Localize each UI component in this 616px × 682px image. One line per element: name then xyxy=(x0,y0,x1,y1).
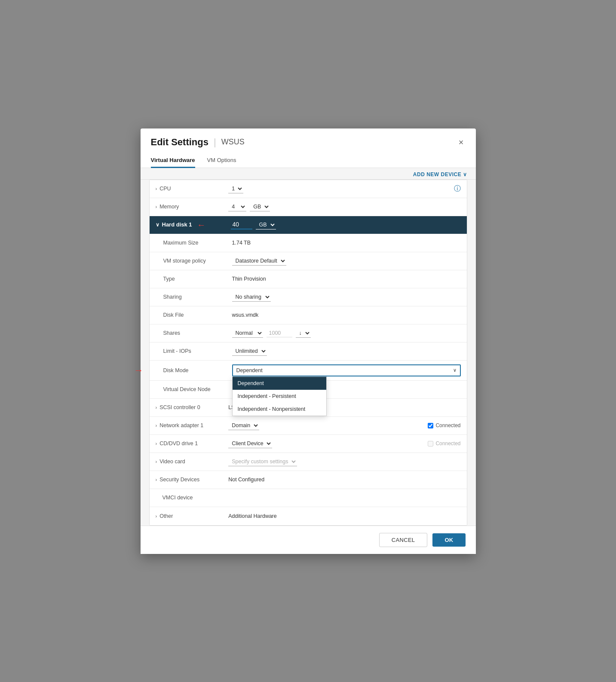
toolbar: ADD NEW DEVICE ∨ xyxy=(141,168,476,180)
other-expand-toggle[interactable]: › xyxy=(156,514,157,519)
hard-disk-1-header-row: ∨ Hard disk 1 ← GBTBMB xyxy=(150,216,467,234)
disk-mode-chevron-icon: ∨ xyxy=(453,367,457,373)
cpu-count-select[interactable]: 1248 xyxy=(228,184,243,193)
limit-iops-value: UnlimitedCustom xyxy=(232,347,461,356)
dialog-footer: CANCEL OK xyxy=(141,526,476,554)
scsi-expand-toggle[interactable]: › xyxy=(156,405,157,410)
limit-iops-label: Limit - IOPs xyxy=(163,348,232,354)
sharing-row: Sharing No sharing Multi-writer xyxy=(150,288,467,306)
disk-file-label: Disk File xyxy=(163,312,232,318)
tab-virtual-hardware[interactable]: Virtual Hardware xyxy=(151,153,195,168)
shares-label: Shares xyxy=(163,330,232,336)
shares-unit-select[interactable]: ↓ xyxy=(296,329,311,338)
shares-row: Shares NormalLowHighCustom 1000 ↓ xyxy=(150,324,467,343)
dialog-subtitle: WSUS xyxy=(221,138,245,147)
disk-mode-option-dependent[interactable]: Dependent xyxy=(233,377,326,390)
dialog-header: Edit Settings | WSUS × xyxy=(141,128,476,148)
cddvd-select[interactable]: Client Device xyxy=(228,439,272,448)
network-adapter-select[interactable]: Domain xyxy=(228,421,259,430)
max-size-label: Maximum Size xyxy=(163,240,232,246)
disk-mode-label: Disk Mode xyxy=(163,367,232,373)
type-row: Type Thin Provision xyxy=(150,270,467,288)
memory-value: 4816 GBMB xyxy=(228,202,460,211)
ok-button[interactable]: OK xyxy=(432,533,465,547)
cddvd-value: Client Device xyxy=(228,439,428,448)
shares-number: 1000 xyxy=(267,329,292,337)
network-connected-checkbox[interactable] xyxy=(428,423,433,428)
disk-mode-row: → Disk Mode Dependent ∨ Dependent Indepe… xyxy=(150,361,467,381)
cpu-expand-toggle[interactable]: › xyxy=(156,186,157,191)
settings-body: › CPU 1248 ⓘ › Memory 4816 G xyxy=(141,180,476,526)
network-connected-label: Connected xyxy=(435,422,460,428)
disk-mode-option-independent-nonpersistent[interactable]: Independent - Nonpersistent xyxy=(233,403,326,416)
video-card-label: Video card xyxy=(159,459,228,465)
cddvd-drive-row: › CD/DVD drive 1 Client Device Connected xyxy=(150,435,467,453)
security-devices-label: Security Devices xyxy=(159,477,228,483)
disk-mode-arrow-icon: → xyxy=(134,365,144,376)
network-connected-checkbox-row: Connected xyxy=(428,422,460,428)
cpu-value: 1248 xyxy=(228,184,454,193)
cancel-button[interactable]: CANCEL xyxy=(379,533,428,547)
storage-policy-value: Datastore Default xyxy=(232,257,461,266)
sharing-select[interactable]: No sharing Multi-writer xyxy=(232,293,271,302)
disk-file-row: Disk File wsus.vmdk xyxy=(150,306,467,324)
type-label: Type xyxy=(163,276,232,282)
hard-disk-1-value: GBTBMB xyxy=(231,220,461,229)
other-row: › Other Additional Hardware xyxy=(150,507,467,525)
security-devices-row: › Security Devices Not Configured xyxy=(150,471,467,489)
network-adapter-expand-toggle[interactable]: › xyxy=(156,423,157,428)
cddvd-connected-label: Connected xyxy=(435,440,460,447)
security-devices-expand-toggle[interactable]: › xyxy=(156,477,157,482)
other-value: Additional Hardware xyxy=(228,513,460,519)
memory-unit-select[interactable]: GBMB xyxy=(250,202,270,211)
shares-value: NormalLowHighCustom 1000 ↓ xyxy=(232,329,461,338)
edit-settings-dialog: Edit Settings | WSUS × Virtual Hardware … xyxy=(141,128,476,554)
memory-label: Memory xyxy=(159,204,228,210)
video-card-row: › Video card Specify custom settings xyxy=(150,453,467,471)
cpu-info-icon[interactable]: ⓘ xyxy=(454,184,461,193)
scsi-label: SCSI controller 0 xyxy=(159,404,228,410)
dialog-title: Edit Settings xyxy=(151,137,208,148)
network-adapter-label: Network adapter 1 xyxy=(159,422,228,428)
vmci-device-label: VMCI device xyxy=(162,495,231,501)
hard-disk-1-label: Hard disk 1 ← xyxy=(162,220,231,230)
virtual-device-node-label: Virtual Device Node xyxy=(163,386,232,392)
hardware-section: › CPU 1248 ⓘ › Memory 4816 G xyxy=(149,180,467,526)
network-adapter-value: Domain xyxy=(228,421,428,430)
disk-mode-select-display[interactable]: Dependent ∨ xyxy=(232,364,461,376)
shares-select[interactable]: NormalLowHighCustom xyxy=(232,329,263,338)
dialog-separator: | xyxy=(214,137,216,148)
hard-disk-unit-select[interactable]: GBTBMB xyxy=(256,220,276,229)
disk-mode-dropdown-menu: Dependent Independent - Persistent Indep… xyxy=(232,376,327,416)
cddvd-expand-toggle[interactable]: › xyxy=(156,441,157,446)
memory-expand-toggle[interactable]: › xyxy=(156,204,157,209)
video-card-select[interactable]: Specify custom settings xyxy=(228,457,297,466)
tabs-bar: Virtual Hardware VM Options xyxy=(141,153,476,168)
type-value: Thin Provision xyxy=(232,276,461,282)
storage-policy-select[interactable]: Datastore Default xyxy=(232,257,286,266)
limit-iops-select[interactable]: UnlimitedCustom xyxy=(232,347,267,356)
sharing-value: No sharing Multi-writer xyxy=(232,293,461,302)
hard-disk-size-input[interactable] xyxy=(231,220,252,229)
video-card-value: Specify custom settings xyxy=(228,457,460,466)
disk-file-value: wsus.vmdk xyxy=(232,312,461,318)
video-card-expand-toggle[interactable]: › xyxy=(156,459,157,464)
disk-mode-container: Dependent ∨ Dependent Independent - Pers… xyxy=(232,364,461,376)
vmci-device-row: VMCI device xyxy=(150,489,467,507)
other-label: Other xyxy=(159,513,228,519)
cpu-row: › CPU 1248 ⓘ xyxy=(150,180,467,198)
hard-disk-arrow-icon: ← xyxy=(197,220,205,230)
memory-amount-select[interactable]: 4816 xyxy=(228,202,246,211)
storage-policy-row: VM storage policy Datastore Default xyxy=(150,252,467,270)
memory-row: › Memory 4816 GBMB xyxy=(150,198,467,216)
close-button[interactable]: × xyxy=(457,136,466,148)
cddvd-connected-checkbox[interactable] xyxy=(428,441,433,447)
network-adapter-row: › Network adapter 1 Domain Connected xyxy=(150,417,467,435)
tab-vm-options[interactable]: VM Options xyxy=(207,153,236,168)
max-size-value: 1.74 TB xyxy=(232,240,461,246)
security-devices-value: Not Configured xyxy=(228,477,460,483)
add-new-device-button[interactable]: ADD NEW DEVICE ∨ xyxy=(413,171,467,177)
hard-disk-expand-toggle[interactable]: ∨ xyxy=(156,222,159,228)
disk-mode-option-independent-persistent[interactable]: Independent - Persistent xyxy=(233,390,326,403)
storage-policy-label: VM storage policy xyxy=(163,258,232,264)
